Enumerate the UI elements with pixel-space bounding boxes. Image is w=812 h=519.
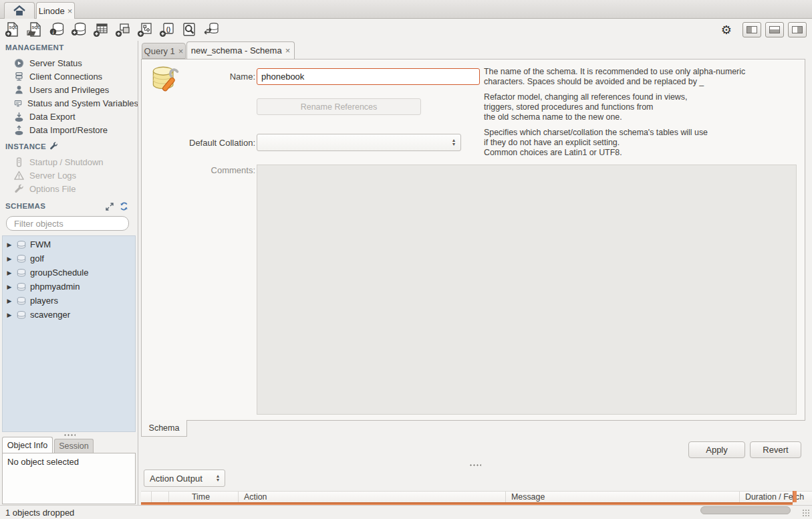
- database-sync-icon: [203, 21, 219, 37]
- toggle-bottom-panel-button[interactable]: [765, 22, 784, 37]
- home-tab[interactable]: [4, 2, 35, 19]
- expander-icon[interactable]: ▶: [6, 255, 13, 262]
- output-col-time: Time: [169, 492, 239, 502]
- schema-icon: [17, 255, 26, 263]
- object-info-text: No object selected: [7, 457, 79, 467]
- comments-label: Comments:: [182, 162, 255, 179]
- create-procedure-icon: [137, 21, 153, 37]
- schema-editor-icon: [148, 64, 180, 98]
- right-panel-icon: [792, 26, 803, 33]
- grip-dots: [63, 434, 76, 436]
- grip-dots: [469, 464, 481, 466]
- expand-panel-icon[interactable]: [106, 203, 114, 211]
- schema-name-input[interactable]: [257, 68, 480, 85]
- search-icon: [181, 21, 197, 37]
- sidebar-item-users-privileges[interactable]: Users and Privileges: [0, 83, 138, 96]
- vertical-scrollbar[interactable]: [793, 491, 797, 502]
- schema-tree-item-players[interactable]: ▶ players: [3, 294, 135, 308]
- client-connections-icon: [14, 72, 24, 82]
- collation-select[interactable]: ▴▾: [257, 134, 461, 151]
- search-data-button[interactable]: [180, 21, 198, 38]
- schema-filter-input[interactable]: [14, 219, 132, 229]
- tab-session[interactable]: Session: [54, 439, 94, 453]
- output-col-index: [152, 492, 169, 502]
- toggle-left-panel-button[interactable]: [742, 22, 761, 37]
- mysql-workbench-window: Linode × ⚙ MANAGEMENT: [0, 0, 812, 519]
- output-selector[interactable]: Action Output ▴▾: [144, 470, 225, 487]
- expander-icon[interactable]: ▶: [6, 241, 13, 248]
- tab-query-1[interactable]: Query 1 ×: [142, 43, 186, 59]
- create-table-icon: [93, 21, 109, 37]
- expander-icon[interactable]: ▶: [6, 270, 13, 276]
- create-function-button[interactable]: [158, 21, 176, 38]
- open-sql-script-button[interactable]: [26, 21, 43, 38]
- schema-icon: [17, 297, 26, 305]
- action-output-header-row: Time Action Message Duration / Fetch: [141, 491, 812, 502]
- rename-references-button[interactable]: Rename References: [257, 98, 421, 115]
- collation-help-text: Specifies which charset/collation the sc…: [484, 128, 798, 158]
- sidebar-item-options-file[interactable]: Options File: [0, 182, 138, 195]
- expander-icon[interactable]: ▶: [6, 312, 13, 318]
- tab-schema-bottom[interactable]: Schema: [141, 420, 187, 437]
- output-selector-value: Action Output: [144, 474, 217, 484]
- schema-tree-item-golf[interactable]: ▶ golf: [3, 251, 135, 266]
- wrench-icon: [14, 184, 24, 194]
- user-icon: [14, 85, 24, 95]
- apply-button[interactable]: Apply: [688, 441, 745, 458]
- tab-new-schema[interactable]: new_schema - Schema ×: [186, 41, 295, 59]
- sidebar-item-server-logs[interactable]: Server Logs: [0, 169, 138, 182]
- sidebar-item-server-status[interactable]: Server Status: [0, 56, 138, 70]
- sidebar-item-data-export[interactable]: Data Export: [0, 110, 138, 123]
- system-variables-icon: [14, 98, 22, 108]
- main-toolbar: ⚙: [0, 19, 812, 41]
- schemas-section-title: SCHEMAS: [5, 202, 45, 210]
- gear-icon[interactable]: ⚙: [721, 23, 732, 37]
- new-sql-tab-button[interactable]: [4, 21, 21, 38]
- name-label: Name:: [182, 68, 255, 85]
- create-procedure-button[interactable]: [136, 21, 154, 38]
- close-icon[interactable]: ×: [67, 7, 73, 15]
- schema-editor-panel: Name: The name of the schema. It is reco…: [141, 59, 805, 421]
- expander-icon[interactable]: ▶: [6, 284, 13, 290]
- schema-tree-item-groupschedule[interactable]: ▶ groupSchedule: [3, 266, 135, 280]
- schema-tree-item-scavenger[interactable]: ▶ scavenger: [3, 308, 135, 322]
- connection-tab-linode[interactable]: Linode ×: [36, 2, 75, 19]
- status-text: 1 objects dropped: [5, 508, 74, 518]
- create-schema-button[interactable]: [70, 21, 88, 38]
- sidebar-item-data-import[interactable]: Data Import/Restore: [0, 123, 138, 136]
- schema-icon: [17, 311, 26, 319]
- tab-object-info[interactable]: Object Info: [2, 437, 53, 453]
- stepper-icon[interactable]: ▴▾: [452, 138, 460, 146]
- sidebar-item-client-connections[interactable]: Client Connections: [0, 70, 138, 83]
- schema-filter-box: [6, 216, 129, 231]
- warning-icon: [14, 171, 24, 181]
- create-table-button[interactable]: [92, 21, 110, 38]
- schemas-header-actions: [106, 202, 128, 211]
- output-splitter-handle[interactable]: [138, 463, 812, 467]
- server-icon: [14, 157, 24, 167]
- schema-tree: ▶ FWM ▶ golf ▶ groupSchedule ▶ phpmyadmi…: [2, 235, 136, 432]
- output-col-action: Action: [239, 492, 506, 502]
- sidebar-item-startup-shutdown[interactable]: Startup / Shutdown: [0, 155, 138, 169]
- comments-textarea[interactable]: [257, 165, 797, 415]
- window-resize-grip[interactable]: [802, 509, 811, 518]
- close-icon[interactable]: ×: [178, 47, 184, 56]
- name-help-text: The name of the schema. It is recommende…: [484, 67, 798, 87]
- toggle-right-panel-button[interactable]: [788, 22, 807, 37]
- sidebar-item-status-system-variables[interactable]: Status and System Variables: [0, 96, 138, 110]
- create-view-button[interactable]: [114, 21, 132, 38]
- server-status-icon: [14, 58, 24, 68]
- create-view-icon: [115, 21, 131, 37]
- instance-section-title: INSTANCE: [5, 142, 58, 150]
- open-sql-script-icon: [27, 21, 43, 37]
- inspect-database-button[interactable]: [48, 21, 65, 38]
- reconnect-database-button[interactable]: [202, 21, 220, 38]
- schema-tree-item-phpmyadmin[interactable]: ▶ phpmyadmin: [3, 280, 135, 294]
- refresh-icon[interactable]: [120, 202, 128, 211]
- close-icon[interactable]: ×: [285, 46, 291, 55]
- bottom-panel-icon: [769, 26, 780, 33]
- schema-tree-item-fwm[interactable]: ▶ FWM: [3, 237, 135, 251]
- expander-icon[interactable]: ▶: [6, 298, 13, 304]
- revert-button[interactable]: Revert: [750, 441, 801, 458]
- overlay-scrollbar-thumb[interactable]: [700, 506, 791, 514]
